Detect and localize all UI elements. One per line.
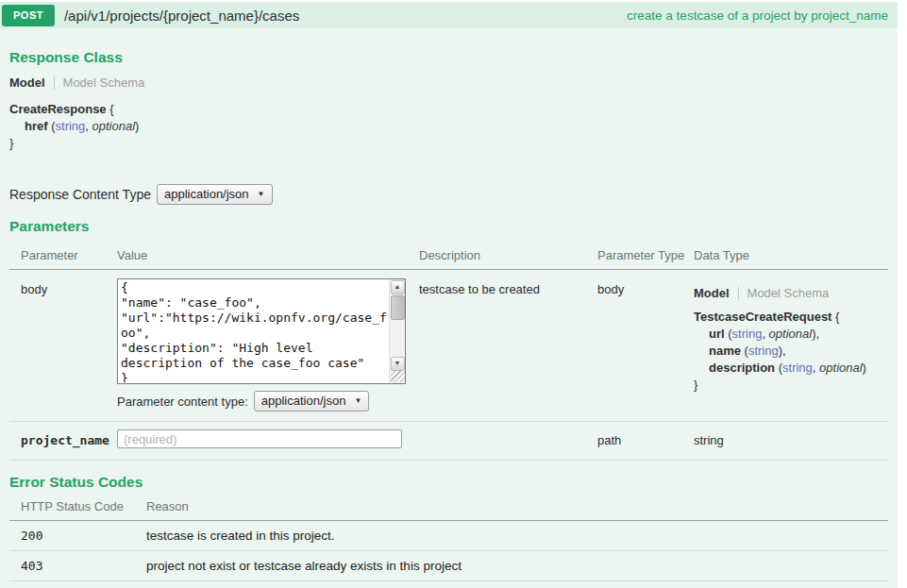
- parameters-heading: Parameters: [9, 218, 888, 235]
- request-model-tabs: Model Model Schema: [694, 286, 888, 300]
- param-description: [419, 429, 597, 433]
- chevron-down-icon: ▼: [258, 190, 265, 198]
- param-data-type: string: [694, 429, 888, 447]
- parameters-table: Parameter Value Description Parameter Ty…: [9, 243, 888, 461]
- parameter-content-type-value: application/json: [261, 394, 346, 408]
- error-status-codes-table: HTTP Status Code Reason 200 testcase is …: [9, 491, 888, 588]
- chevron-down-icon: ▼: [354, 396, 361, 405]
- param-name-project-name: project_name: [9, 429, 117, 447]
- error-table-header: HTTP Status Code Reason: [9, 491, 888, 521]
- status-code: 200: [11, 529, 146, 543]
- param-name-body: body: [9, 278, 117, 412]
- col-value: Value: [117, 248, 419, 262]
- response-class-heading: Response Class: [9, 49, 888, 66]
- http-method-badge: POST: [2, 5, 55, 26]
- tab-model-schema[interactable]: Model Schema: [63, 76, 145, 90]
- request-model-signature: TestcaseCreateRequest { url (string, opt…: [694, 309, 888, 394]
- parameters-table-header: Parameter Value Description Parameter Ty…: [9, 243, 888, 270]
- textarea-scrollbar[interactable]: ▲ ▼: [389, 279, 405, 383]
- col-reason: Reason: [146, 499, 888, 513]
- endpoint-path[interactable]: /api/v1/projects/{project_name}/cases: [64, 8, 299, 24]
- table-row-project-name-param: project_name path string: [9, 422, 888, 461]
- table-row-status-403: 403 project not exist or testcase alread…: [9, 551, 888, 581]
- error-status-codes-heading: Error Status Codes: [9, 474, 888, 491]
- response-content-type-value: application/json: [164, 187, 249, 201]
- col-data-type: Data Type: [694, 248, 888, 262]
- response-content-type-select[interactable]: application/json ▼: [157, 184, 273, 205]
- tab-model[interactable]: Model: [694, 286, 730, 300]
- tab-model-schema[interactable]: Model Schema: [747, 286, 830, 300]
- col-http-status-code: HTTP Status Code: [11, 499, 146, 513]
- parameter-content-type-select[interactable]: application/json ▼: [254, 391, 370, 412]
- table-row-body-param: body { "name": "case_foo", "url":"https:…: [9, 270, 888, 422]
- status-code: 403: [11, 559, 146, 573]
- body-value-textarea[interactable]: { "name": "case_foo", "url":"https://wik…: [119, 280, 388, 382]
- parameter-content-type-label: Parameter content type:: [117, 395, 248, 409]
- scroll-up-icon[interactable]: ▲: [391, 280, 405, 294]
- col-parameter: Parameter: [9, 248, 117, 262]
- response-class-tabs: Model Model Schema: [9, 76, 888, 90]
- table-row-status-200: 200 testcase is created in this project.: [9, 521, 888, 551]
- response-content-type-label: Response Content Type: [9, 187, 151, 202]
- param-type: path: [597, 429, 694, 447]
- operation-header[interactable]: POST /api/v1/projects/{project_name}/cas…: [0, 2, 898, 28]
- col-description: Description: [419, 248, 597, 262]
- param-description: testcase to be created: [419, 278, 597, 412]
- resize-grip-icon[interactable]: [391, 371, 405, 382]
- param-data-type: Model Model Schema TestcaseCreateRequest…: [694, 278, 888, 412]
- col-parameter-type: Parameter Type: [597, 248, 694, 262]
- operation-content: Response Class Model Model Schema Create…: [0, 28, 898, 588]
- tab-divider: [738, 287, 739, 300]
- scrollbar-thumb[interactable]: [391, 295, 405, 320]
- project-name-input[interactable]: [117, 429, 402, 448]
- scroll-down-icon[interactable]: ▼: [391, 357, 405, 371]
- param-type: body: [597, 278, 694, 412]
- status-reason: testcase is created in this project.: [146, 529, 888, 543]
- status-reason: project not exist or testcase already ex…: [146, 559, 888, 573]
- tab-divider: [54, 76, 55, 90]
- response-model-signature: CreateResponse { href (string, optional)…: [9, 101, 888, 152]
- operation-block: POST /api/v1/projects/{project_name}/cas…: [0, 2, 898, 588]
- operation-summary-link[interactable]: create a testcase of a project by projec…: [627, 8, 888, 23]
- tab-model[interactable]: Model: [9, 76, 45, 90]
- table-row-status-400: 400 body or name not provided: [9, 581, 888, 588]
- body-value-editor: { "name": "case_foo", "url":"https://wik…: [117, 278, 406, 384]
